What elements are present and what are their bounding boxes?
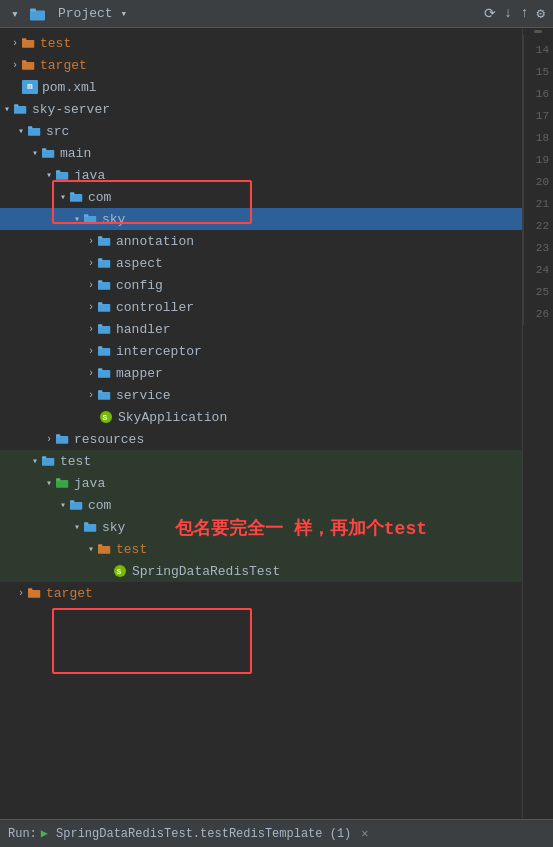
target-bottom-label: target [46,586,93,601]
tree-item-spring-data-redis-test[interactable]: S SpringDataRedisTest [0,560,522,582]
tree-item-handler[interactable]: handler [0,318,522,340]
run-play-icon[interactable]: ▶ [41,826,48,841]
header-icons: ⟳ ↓ ↑ ⚙ [484,5,545,22]
folder-icon-controller [98,301,112,313]
svg-rect-17 [84,214,88,217]
svg-rect-45 [84,522,88,525]
header-dropdown[interactable]: ▾ [121,7,128,20]
chevron-test-src [28,454,42,468]
svg-rect-15 [70,192,74,195]
svg-rect-31 [98,368,102,371]
folder-icon-src [28,125,42,137]
tree-item-sky-test[interactable]: sky [0,516,522,538]
svg-rect-32 [98,392,110,400]
tree-item-controller[interactable]: controller [0,296,522,318]
svg-rect-38 [42,458,54,466]
com-test-label: com [88,498,111,513]
svg-rect-7 [14,104,18,107]
sync-icon[interactable]: ⟳ [484,5,496,22]
line-21: 21 [536,193,549,215]
chevron-java-test [42,476,56,490]
sky-application-label: SkyApplication [118,410,227,425]
svg-rect-37 [56,434,60,437]
line-24: 24 [536,259,549,281]
run-close-button[interactable]: ✕ [361,826,368,841]
download-icon[interactable]: ↓ [504,5,512,22]
run-bar: Run: ▶ SpringDataRedisTest.testRedisTemp… [0,819,553,847]
chevron-service [84,388,98,402]
chevron-src [14,124,28,138]
tree-item-target-bottom[interactable]: target [0,582,522,604]
svg-rect-2 [22,40,34,48]
interceptor-label: interceptor [116,344,202,359]
chevron-config [84,278,98,292]
folder-icon-interceptor [98,345,112,357]
chevron-com [56,190,70,204]
tree-item-java[interactable]: java [0,164,522,186]
line-14: 14 [536,39,549,61]
spring-icon-redis: S [112,563,128,579]
svg-rect-40 [56,480,68,488]
tree-item-resources[interactable]: resources [0,428,522,450]
file-tree: test target m pom.xml [0,28,522,819]
tree-item-interceptor[interactable]: interceptor [0,340,522,362]
folder-icon-main [42,147,56,159]
tree-item-test-src[interactable]: test [0,450,522,472]
handler-label: handler [116,322,171,337]
java-test-label: java [74,476,105,491]
svg-rect-14 [70,194,82,202]
svg-rect-4 [22,62,34,70]
line-16: 16 [536,83,549,105]
tree-item-sky-server[interactable]: sky-server [0,98,522,120]
svg-rect-19 [98,236,102,239]
tree-item-com-test[interactable]: com [0,494,522,516]
tree-item-sky-application[interactable]: S SkyApplication [0,406,522,428]
svg-rect-33 [98,390,102,393]
chevron-test [8,36,22,50]
tree-item-java-test[interactable]: java [0,472,522,494]
project-folder-icon [30,7,46,21]
src-label: src [46,124,69,139]
tree-item-sky[interactable]: sky [0,208,522,230]
svg-rect-23 [98,280,102,283]
svg-rect-43 [70,500,74,503]
chevron-target-bottom [14,586,28,600]
tree-item-src[interactable]: src [0,120,522,142]
folder-icon-mapper [98,367,112,379]
tree-item-config[interactable]: config [0,274,522,296]
svg-rect-29 [98,346,102,349]
controller-label: controller [116,300,194,315]
tree-item-aspect[interactable]: aspect [0,252,522,274]
svg-rect-27 [98,324,102,327]
tree-item-main[interactable]: main [0,142,522,164]
chevron-handler [84,322,98,336]
header-bar: Project ▾ ⟳ ↓ ↑ ⚙ [0,0,553,28]
folder-icon-com-test [70,499,84,511]
line-15: 15 [536,61,549,83]
tree-item-service[interactable]: service [0,384,522,406]
svg-rect-51 [28,588,32,591]
tree-item-test[interactable]: test [0,32,522,54]
java-label: java [74,168,105,183]
tree-item-target[interactable]: target [0,54,522,76]
tree-item-annotation[interactable]: annotation [0,230,522,252]
up-icon[interactable]: ↑ [520,5,528,22]
chevron-main [28,146,42,160]
folder-icon-sky-test [84,521,98,533]
main-label: main [60,146,91,161]
main-container: Project ▾ ⟳ ↓ ↑ ⚙ test [0,0,553,847]
tree-item-test-pkg[interactable]: test [0,538,522,560]
com-label: com [88,190,111,205]
folder-icon-java [56,169,70,181]
mapper-label: mapper [116,366,163,381]
tree-item-mapper[interactable]: mapper [0,362,522,384]
tree-item-com[interactable]: com [0,186,522,208]
settings-icon[interactable]: ⚙ [537,5,545,22]
folder-icon-handler [98,323,112,335]
pom-label: pom.xml [42,80,97,95]
svg-rect-13 [56,170,60,173]
chevron-aspect [84,256,98,270]
project-chevron[interactable] [8,7,22,21]
sky-test-label: sky [102,520,125,535]
tree-item-pom[interactable]: m pom.xml [0,76,522,98]
